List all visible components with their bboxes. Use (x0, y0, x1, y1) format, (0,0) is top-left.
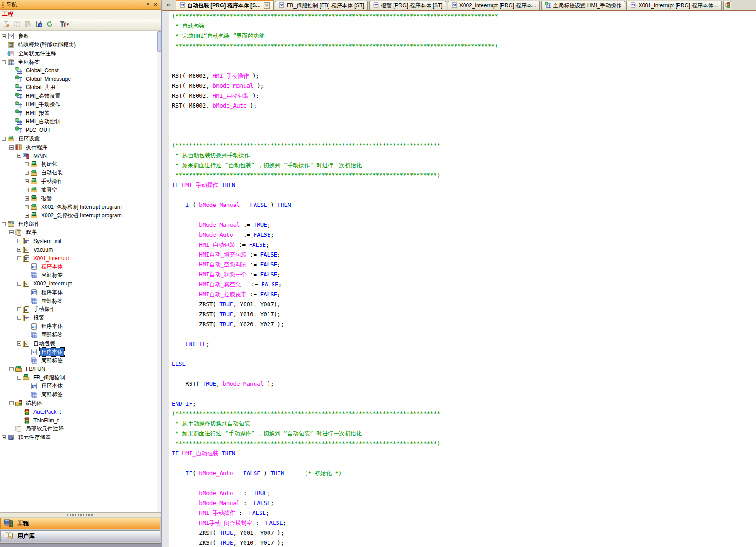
tree-item[interactable]: +ST手动操作 (0, 305, 161, 314)
tree-item[interactable]: −STX002_inteerrupt (0, 280, 161, 288)
tree-scrollbar-thumb[interactable] (157, 31, 161, 52)
tree-item[interactable]: 局部标签 (0, 390, 161, 399)
tree-item[interactable]: −程序 (0, 228, 161, 237)
tree-item[interactable]: ST程序本体 (0, 288, 161, 297)
tree-item[interactable]: −MAIN (0, 151, 161, 160)
tree-item[interactable]: −FB/FUN (0, 365, 161, 374)
tree-item[interactable]: Global_共用 (0, 83, 161, 92)
tree-item[interactable]: HMI_参数设置 (0, 92, 161, 100)
tree-item[interactable]: HMI_手动操作 (0, 100, 161, 109)
tree-item[interactable]: −FB_伺服控制 (0, 374, 161, 382)
expand-icon[interactable]: + (17, 239, 21, 243)
tree-item[interactable]: ST程序本体 (0, 322, 161, 331)
expand-icon[interactable]: + (17, 307, 21, 311)
tree-item[interactable]: +自动包装 (0, 168, 161, 177)
tree-item[interactable]: PLC_OUT (0, 126, 161, 135)
tree-item[interactable]: +STVacuum (0, 245, 161, 254)
tree-item[interactable]: +手动操作 (0, 177, 161, 186)
tree-item[interactable]: ST程序本体 (0, 348, 161, 356)
tree-scrollbar[interactable] (157, 31, 161, 512)
panel-grip[interactable] (2, 2, 4, 8)
refresh-button[interactable] (45, 20, 55, 29)
tree-item[interactable]: 局部标签 (0, 271, 161, 280)
collapse-icon[interactable]: − (2, 222, 6, 226)
collapse-icon[interactable]: − (2, 137, 6, 141)
copy-button[interactable] (12, 20, 22, 29)
code-token: HMI自动_拉膜皮带 (199, 291, 246, 298)
expand-icon[interactable]: + (17, 248, 21, 252)
expand-icon[interactable]: + (25, 188, 29, 192)
document-tab[interactable]: ST自动包装 [PRG] 程序本体 [S...✕ (176, 0, 274, 10)
tree-item[interactable]: +报警 (0, 194, 161, 203)
tree-item[interactable]: +软元件存储器 (0, 433, 161, 442)
expand-icon[interactable]: + (25, 214, 29, 218)
tree-item[interactable]: −ST报警 (0, 313, 161, 322)
close-icon[interactable]: ✕ (264, 2, 270, 9)
tree-item[interactable]: AutoPack_t (0, 407, 161, 416)
tree-item[interactable]: 局部标签 (0, 356, 161, 365)
tree-item[interactable]: +X002_急停按钮 Interrupt program (0, 211, 161, 220)
close-icon[interactable]: ✕ (152, 1, 159, 9)
expand-icon[interactable]: + (25, 205, 29, 209)
document-tab[interactable]: STX002_inteerrupt [PRG] 程序本... (448, 1, 540, 10)
tree-item[interactable]: +STSystem_init (0, 237, 161, 245)
tree-item[interactable]: ST程序本体 (0, 382, 161, 391)
collapse-icon[interactable]: − (17, 282, 21, 286)
expand-icon[interactable]: + (25, 171, 29, 175)
tree-item[interactable]: +X001_色标检测 Interrupt program (0, 203, 161, 211)
tree-item[interactable]: 局部标签 (0, 331, 161, 339)
expand-icon[interactable]: + (25, 162, 29, 166)
tree-item[interactable]: ST程序本体 (0, 262, 161, 271)
tree-item[interactable]: 特殊模块(智能功能模块) (0, 41, 161, 49)
tree-item[interactable]: −程序设置 (0, 135, 161, 143)
tree-item[interactable]: 局部标签 (0, 297, 161, 305)
document-tab[interactable] (723, 1, 731, 10)
collapse-icon[interactable]: − (17, 316, 21, 320)
sort-button[interactable]: ▼ (60, 20, 70, 29)
collapse-icon[interactable]: − (17, 256, 21, 260)
tree-item[interactable]: −执行程序 (0, 143, 161, 152)
document-tab[interactable]: STX001_interrupt [PRG] 程序本体... (626, 1, 721, 10)
tabbar-close-icon[interactable]: ✕ (165, 1, 172, 9)
tree-item[interactable]: −结构体 (0, 399, 161, 407)
new-item-button[interactable] (1, 20, 11, 29)
tree-item[interactable]: HMI_报警 (0, 109, 161, 117)
tree-item[interactable]: 全局软元件注释 (0, 49, 161, 58)
tree-item[interactable]: ThinFilm_t (0, 416, 161, 425)
document-tab[interactable]: ST报警 [PRG] 程序本体 [ST] (369, 1, 446, 10)
collapse-icon[interactable]: − (17, 341, 21, 346)
editor-margin[interactable] (162, 11, 169, 547)
properties-button[interactable]: i (34, 20, 44, 29)
tree-item[interactable]: −程序部件 (0, 220, 161, 229)
paste-button[interactable] (23, 20, 33, 29)
panel-button-project[interactable]: 工程 (0, 518, 160, 529)
code-area[interactable]: (***************************************… (169, 11, 756, 547)
tree-item[interactable]: +初始化 (0, 160, 161, 168)
document-tab[interactable]: STFB_伺服控制 [FB] 程序本体 [ST] (275, 1, 368, 10)
collapse-icon[interactable]: − (9, 230, 14, 234)
tree-item[interactable]: Global_Const (0, 66, 161, 75)
panel-button-userlib[interactable]: 用户库 (0, 530, 160, 542)
expand-icon[interactable]: + (25, 179, 29, 183)
tree-item[interactable]: Global_Mmassage (0, 75, 161, 83)
document-tab[interactable]: 全局标签设置 HMI_手动操作 (541, 1, 625, 10)
collapse-icon[interactable]: − (17, 376, 21, 380)
collapse-icon[interactable]: − (9, 145, 14, 150)
collapse-icon[interactable]: − (9, 401, 14, 405)
panel-splitter[interactable] (0, 513, 161, 517)
tree-item[interactable]: HMI_自动控制 (0, 117, 161, 126)
collapse-icon[interactable]: − (2, 60, 6, 64)
collapse-icon[interactable]: − (9, 367, 14, 371)
tree-item[interactable]: +抽真空 (0, 186, 161, 194)
tree-item[interactable]: −ST自动包装 (0, 339, 161, 348)
tree-item[interactable]: −STX001_interrupt (0, 254, 161, 262)
tree-item[interactable]: 局部软元件注释 (0, 425, 161, 433)
expand-icon[interactable]: + (25, 196, 29, 201)
tree-item[interactable]: −全局标签 (0, 58, 161, 66)
tree-item[interactable]: +参数 (0, 32, 161, 41)
expand-icon[interactable]: + (2, 435, 6, 439)
pin-icon[interactable] (144, 1, 152, 9)
tab-label: X001_interrupt [PRG] 程序本体... (638, 2, 718, 9)
expand-icon[interactable]: + (2, 34, 6, 38)
collapse-icon[interactable]: − (17, 154, 21, 158)
